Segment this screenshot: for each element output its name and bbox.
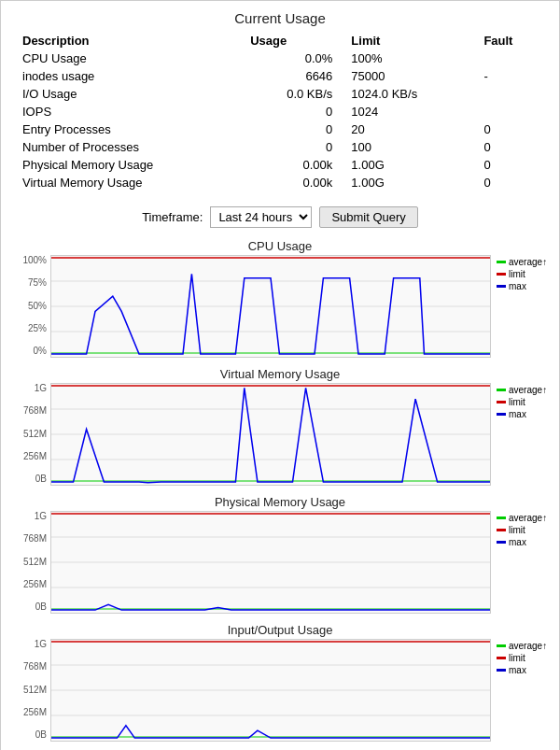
table-row: Physical Memory Usage0.00k1.00G0: [15, 156, 545, 174]
legend-label: limit: [509, 653, 525, 663]
submit-query-button[interactable]: Submit Query: [319, 206, 417, 228]
yaxis-label: 512M: [23, 429, 47, 439]
yaxis-label: 0B: [35, 474, 47, 484]
cell-usage: 0: [243, 103, 343, 120]
legend-item: max: [497, 409, 545, 419]
legend-label: limit: [509, 397, 525, 407]
cell-description: Physical Memory Usage: [15, 156, 243, 174]
chart-legend-0: average↑limitmax: [491, 255, 545, 358]
cell-limit: 1024.0 KB/s: [343, 85, 476, 103]
yaxis-label: 25%: [28, 323, 47, 333]
timeframe-row: Timeframe: Last 24 hoursLast 7 daysLast …: [15, 206, 545, 228]
timeframe-label: Timeframe:: [142, 210, 203, 224]
legend-item: average↑: [497, 513, 545, 523]
cell-limit: 20: [343, 120, 476, 138]
cell-usage: 0.0 KB/s: [243, 85, 343, 103]
cell-fault: 0: [476, 120, 545, 138]
cell-limit: 100%: [343, 50, 476, 67]
legend-item: max: [497, 665, 545, 675]
legend-label: average↑: [509, 257, 547, 267]
yaxis-label: 256M: [23, 579, 47, 589]
table-row: Virtual Memory Usage0.00k1.00G0: [15, 174, 545, 191]
cell-fault: [476, 85, 545, 103]
legend-item: average↑: [497, 641, 545, 651]
legend-label: limit: [509, 269, 525, 279]
table-row: CPU Usage0.0%100%: [15, 50, 545, 67]
cell-description: inodes usage: [15, 67, 243, 85]
chart-yaxis-3: 1G768M512M256M0B: [15, 639, 50, 742]
table-row: Entry Processes0200: [15, 120, 545, 138]
legend-color: [497, 541, 506, 544]
legend-label: max: [509, 281, 526, 291]
legend-color: [497, 401, 506, 403]
yaxis-label: 256M: [23, 707, 47, 717]
legend-item: limit: [497, 525, 545, 535]
yaxis-label: 0B: [35, 729, 47, 740]
legend-color: [497, 517, 506, 519]
legend-label: average↑: [509, 513, 547, 523]
yaxis-label: 512M: [23, 685, 47, 695]
chart-legend-1: average↑limitmax: [491, 383, 545, 486]
legend-item: max: [497, 281, 545, 291]
usage-table: Description Usage Limit Fault CPU Usage0…: [15, 32, 545, 191]
chart-yaxis-2: 1G768M512M256M0B: [15, 511, 50, 614]
yaxis-label: 1G: [35, 639, 47, 649]
cell-usage: 0: [243, 138, 343, 156]
cell-usage: 0.00k: [243, 156, 343, 174]
cell-description: IOPS: [15, 103, 243, 120]
col-fault: Fault: [476, 32, 545, 50]
chart-section-2: Physical Memory Usage1G768M512M256M0B av…: [15, 495, 545, 614]
yaxis-label: 768M: [23, 661, 47, 672]
chart-title-0: CPU Usage: [15, 239, 545, 253]
chart-wrapper-1: 1G768M512M256M0B average↑limitmax: [15, 383, 545, 486]
col-description: Description: [15, 32, 243, 50]
cell-limit: 75000: [343, 67, 476, 85]
table-row: IOPS01024: [15, 103, 545, 120]
legend-label: average↑: [509, 385, 547, 395]
legend-color: [497, 669, 506, 672]
yaxis-label: 768M: [23, 533, 47, 544]
yaxis-label: 256M: [23, 451, 47, 461]
cell-description: Number of Processes: [15, 138, 243, 156]
cell-usage: 0: [243, 120, 343, 138]
legend-color: [497, 285, 506, 288]
yaxis-label: 768M: [23, 405, 47, 416]
chart-section-0: CPU Usage100%75%50%25%0% average↑limitma…: [15, 239, 545, 358]
legend-color: [497, 261, 506, 263]
cell-usage: 0.0%: [243, 50, 343, 67]
table-row: I/O Usage0.0 KB/s1024.0 KB/s: [15, 85, 545, 103]
cell-usage: 0.00k: [243, 174, 343, 191]
legend-color: [497, 413, 506, 416]
chart-wrapper-0: 100%75%50%25%0% average↑limitmax: [15, 255, 545, 358]
legend-label: max: [509, 409, 526, 419]
legend-color: [497, 644, 506, 647]
yaxis-label: 75%: [28, 277, 47, 288]
chart-title-2: Physical Memory Usage: [15, 495, 545, 509]
timeframe-select[interactable]: Last 24 hoursLast 7 daysLast 30 days: [210, 206, 312, 228]
cell-description: Virtual Memory Usage: [15, 174, 243, 191]
legend-item: limit: [497, 269, 545, 279]
chart-yaxis-0: 100%75%50%25%0%: [15, 255, 50, 358]
legend-label: max: [509, 665, 526, 675]
cell-fault: 0: [476, 156, 545, 174]
legend-item: average↑: [497, 257, 545, 267]
legend-item: limit: [497, 397, 545, 407]
legend-color: [497, 657, 506, 659]
legend-item: limit: [497, 653, 545, 663]
cell-fault: 0: [476, 174, 545, 191]
chart-area-1: [50, 383, 491, 486]
table-row: Number of Processes01000: [15, 138, 545, 156]
cell-fault: [476, 103, 545, 120]
charts-container: CPU Usage100%75%50%25%0% average↑limitma…: [15, 239, 545, 742]
page-title: Current Usage: [15, 10, 545, 26]
chart-area-3: [50, 639, 491, 742]
chart-title-3: Input/Output Usage: [15, 623, 545, 637]
legend-color: [497, 273, 506, 276]
yaxis-label: 0B: [35, 601, 47, 612]
cell-fault: -: [476, 67, 545, 85]
chart-area-2: [50, 511, 491, 614]
cell-limit: 1.00G: [343, 174, 476, 191]
cell-limit: 100: [343, 138, 476, 156]
legend-item: average↑: [497, 385, 545, 395]
cell-description: CPU Usage: [15, 50, 243, 67]
